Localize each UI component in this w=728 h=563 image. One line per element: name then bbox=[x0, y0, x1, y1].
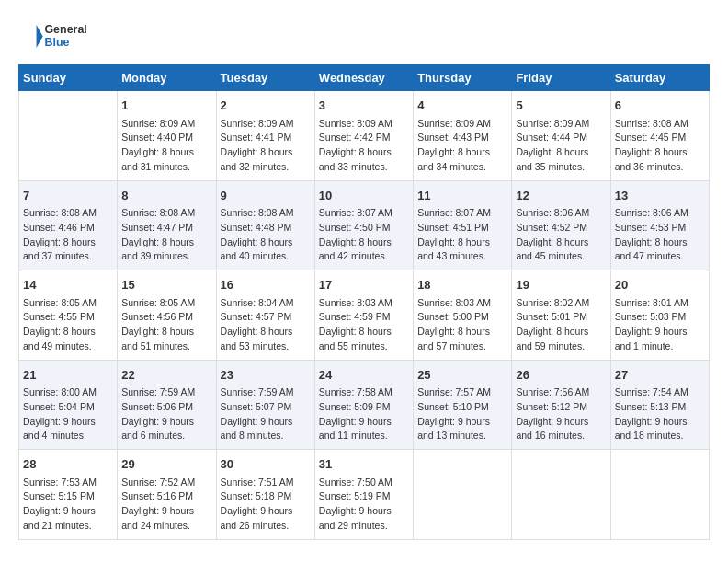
calendar-cell: 31Sunrise: 7:50 AMSunset: 5:19 PMDayligh… bbox=[314, 450, 413, 540]
calendar-cell: 26Sunrise: 7:56 AMSunset: 5:12 PMDayligh… bbox=[512, 360, 610, 450]
calendar-cell: 15Sunrise: 8:05 AMSunset: 4:56 PMDayligh… bbox=[118, 270, 216, 361]
day-info: Sunrise: 7:59 AMSunset: 5:06 PMDaylight:… bbox=[121, 385, 211, 443]
day-info: Sunrise: 8:06 AMSunset: 4:52 PMDaylight:… bbox=[516, 206, 606, 264]
calendar-cell bbox=[512, 450, 610, 540]
day-info: Sunrise: 8:01 AMSunset: 5:03 PMDaylight:… bbox=[615, 296, 705, 354]
calendar-cell: 23Sunrise: 7:59 AMSunset: 5:07 PMDayligh… bbox=[216, 360, 314, 450]
calendar-cell: 7Sunrise: 8:08 AMSunset: 4:46 PMDaylight… bbox=[19, 180, 118, 270]
day-info: Sunrise: 7:58 AMSunset: 5:09 PMDaylight:… bbox=[319, 385, 409, 443]
svg-marker-2 bbox=[37, 25, 43, 48]
day-info: Sunrise: 7:52 AMSunset: 5:16 PMDaylight:… bbox=[121, 476, 211, 534]
day-info: Sunrise: 7:51 AMSunset: 5:18 PMDaylight:… bbox=[221, 476, 311, 534]
day-number: 28 bbox=[23, 455, 113, 474]
day-info: Sunrise: 8:08 AMSunset: 4:46 PMDaylight:… bbox=[23, 206, 113, 264]
calendar-cell: 25Sunrise: 7:57 AMSunset: 5:10 PMDayligh… bbox=[414, 360, 512, 450]
day-number: 20 bbox=[615, 276, 705, 294]
calendar-cell: 27Sunrise: 7:54 AMSunset: 5:13 PMDayligh… bbox=[610, 360, 709, 450]
day-number: 14 bbox=[23, 276, 113, 294]
calendar-cell: 6Sunrise: 8:08 AMSunset: 4:45 PMDaylight… bbox=[610, 91, 709, 181]
day-number: 4 bbox=[417, 97, 507, 115]
logo-svg: General Blue bbox=[18, 18, 92, 55]
day-number: 13 bbox=[615, 187, 705, 205]
day-number: 17 bbox=[319, 276, 409, 294]
day-info: Sunrise: 8:06 AMSunset: 4:53 PMDaylight:… bbox=[615, 206, 705, 264]
calendar-cell: 28Sunrise: 7:53 AMSunset: 5:15 PMDayligh… bbox=[19, 450, 118, 540]
day-number: 27 bbox=[615, 366, 705, 385]
day-info: Sunrise: 8:03 AMSunset: 5:00 PMDaylight:… bbox=[417, 296, 507, 354]
calendar-table: SundayMondayTuesdayWednesdayThursdayFrid… bbox=[18, 64, 710, 540]
day-number: 26 bbox=[516, 366, 606, 385]
calendar-cell: 2Sunrise: 8:09 AMSunset: 4:41 PMDaylight… bbox=[216, 91, 314, 181]
calendar-cell: 22Sunrise: 7:59 AMSunset: 5:06 PMDayligh… bbox=[118, 360, 216, 450]
week-row-1: 1Sunrise: 8:09 AMSunset: 4:40 PMDaylight… bbox=[19, 91, 710, 181]
calendar-cell: 17Sunrise: 8:03 AMSunset: 4:59 PMDayligh… bbox=[314, 270, 413, 361]
svg-text:General: General bbox=[44, 23, 86, 36]
day-info: Sunrise: 7:57 AMSunset: 5:10 PMDaylight:… bbox=[417, 385, 507, 443]
calendar-cell: 19Sunrise: 8:02 AMSunset: 5:01 PMDayligh… bbox=[512, 270, 610, 361]
week-row-2: 7Sunrise: 8:08 AMSunset: 4:46 PMDaylight… bbox=[19, 180, 710, 270]
calendar-cell: 30Sunrise: 7:51 AMSunset: 5:18 PMDayligh… bbox=[216, 450, 314, 540]
day-info: Sunrise: 8:09 AMSunset: 4:43 PMDaylight:… bbox=[417, 117, 507, 175]
calendar-cell bbox=[19, 91, 118, 181]
day-info: Sunrise: 8:02 AMSunset: 5:01 PMDaylight:… bbox=[516, 296, 606, 354]
week-row-3: 14Sunrise: 8:05 AMSunset: 4:55 PMDayligh… bbox=[19, 270, 710, 361]
calendar-cell bbox=[610, 450, 709, 540]
calendar-cell: 12Sunrise: 8:06 AMSunset: 4:52 PMDayligh… bbox=[512, 180, 610, 270]
day-info: Sunrise: 8:09 AMSunset: 4:40 PMDaylight:… bbox=[121, 117, 211, 175]
column-header-wednesday: Wednesday bbox=[314, 65, 413, 91]
calendar-cell: 1Sunrise: 8:09 AMSunset: 4:40 PMDaylight… bbox=[118, 91, 216, 181]
day-number: 15 bbox=[121, 276, 211, 294]
day-number: 25 bbox=[417, 366, 507, 385]
calendar-cell: 21Sunrise: 8:00 AMSunset: 5:04 PMDayligh… bbox=[19, 360, 118, 450]
day-info: Sunrise: 7:54 AMSunset: 5:13 PMDaylight:… bbox=[615, 385, 705, 443]
day-info: Sunrise: 8:05 AMSunset: 4:56 PMDaylight:… bbox=[121, 296, 211, 354]
day-number: 30 bbox=[221, 455, 311, 474]
day-number: 1 bbox=[121, 97, 211, 115]
day-number: 12 bbox=[516, 187, 606, 205]
svg-text:Blue: Blue bbox=[44, 36, 69, 49]
calendar-cell: 11Sunrise: 8:07 AMSunset: 4:51 PMDayligh… bbox=[414, 180, 512, 270]
day-number: 31 bbox=[319, 455, 409, 474]
calendar-cell: 16Sunrise: 8:04 AMSunset: 4:57 PMDayligh… bbox=[216, 270, 314, 361]
calendar-cell: 24Sunrise: 7:58 AMSunset: 5:09 PMDayligh… bbox=[314, 360, 413, 450]
column-header-friday: Friday bbox=[512, 65, 610, 91]
day-info: Sunrise: 8:08 AMSunset: 4:47 PMDaylight:… bbox=[121, 206, 211, 264]
day-number: 3 bbox=[319, 97, 409, 115]
calendar-cell: 13Sunrise: 8:06 AMSunset: 4:53 PMDayligh… bbox=[610, 180, 709, 270]
calendar-cell: 18Sunrise: 8:03 AMSunset: 5:00 PMDayligh… bbox=[414, 270, 512, 361]
day-number: 18 bbox=[417, 276, 507, 294]
day-number: 11 bbox=[417, 187, 507, 205]
day-info: Sunrise: 8:08 AMSunset: 4:48 PMDaylight:… bbox=[221, 206, 311, 264]
calendar-cell: 29Sunrise: 7:52 AMSunset: 5:16 PMDayligh… bbox=[118, 450, 216, 540]
day-info: Sunrise: 8:07 AMSunset: 4:50 PMDaylight:… bbox=[319, 206, 409, 264]
day-number: 2 bbox=[221, 97, 311, 115]
day-info: Sunrise: 7:53 AMSunset: 5:15 PMDaylight:… bbox=[23, 476, 113, 534]
day-number: 9 bbox=[221, 187, 311, 205]
day-number: 10 bbox=[319, 187, 409, 205]
column-header-tuesday: Tuesday bbox=[216, 65, 314, 91]
day-info: Sunrise: 8:03 AMSunset: 4:59 PMDaylight:… bbox=[319, 296, 409, 354]
day-info: Sunrise: 8:08 AMSunset: 4:45 PMDaylight:… bbox=[615, 117, 705, 175]
day-info: Sunrise: 8:04 AMSunset: 4:57 PMDaylight:… bbox=[221, 296, 311, 354]
column-header-monday: Monday bbox=[118, 65, 216, 91]
calendar-cell: 3Sunrise: 8:09 AMSunset: 4:42 PMDaylight… bbox=[314, 91, 413, 181]
week-row-5: 28Sunrise: 7:53 AMSunset: 5:15 PMDayligh… bbox=[19, 450, 710, 540]
header-row: SundayMondayTuesdayWednesdayThursdayFrid… bbox=[19, 65, 710, 91]
header: General Blue bbox=[18, 18, 710, 55]
day-number: 23 bbox=[221, 366, 311, 385]
day-info: Sunrise: 7:59 AMSunset: 5:07 PMDaylight:… bbox=[221, 385, 311, 443]
day-info: Sunrise: 8:09 AMSunset: 4:41 PMDaylight:… bbox=[221, 117, 311, 175]
calendar-cell: 4Sunrise: 8:09 AMSunset: 4:43 PMDaylight… bbox=[414, 91, 512, 181]
column-header-thursday: Thursday bbox=[414, 65, 512, 91]
day-info: Sunrise: 8:07 AMSunset: 4:51 PMDaylight:… bbox=[417, 206, 507, 264]
day-number: 21 bbox=[23, 366, 113, 385]
day-number: 7 bbox=[23, 187, 113, 205]
day-number: 6 bbox=[615, 97, 705, 115]
day-info: Sunrise: 8:00 AMSunset: 5:04 PMDaylight:… bbox=[23, 385, 113, 443]
calendar-cell: 9Sunrise: 8:08 AMSunset: 4:48 PMDaylight… bbox=[216, 180, 314, 270]
day-info: Sunrise: 7:50 AMSunset: 5:19 PMDaylight:… bbox=[319, 476, 409, 534]
day-number: 8 bbox=[121, 187, 211, 205]
day-number: 19 bbox=[516, 276, 606, 294]
day-number: 5 bbox=[516, 97, 606, 115]
column-header-sunday: Sunday bbox=[19, 65, 118, 91]
